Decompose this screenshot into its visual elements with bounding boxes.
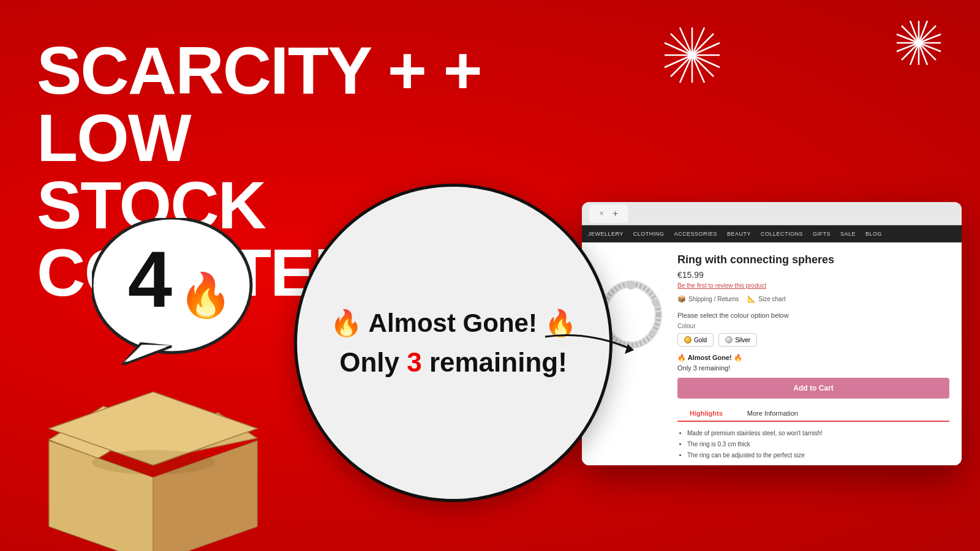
meta-shipping[interactable]: 📦 Shipping / Returns — [677, 295, 739, 303]
svg-text:4: 4 — [128, 234, 172, 324]
review-link[interactable]: Be the first to review this product — [677, 282, 949, 289]
colour-silver-button[interactable]: Silver — [718, 333, 757, 347]
nav-item-clothing[interactable]: CLOTHING — [633, 231, 665, 237]
tab-more-info[interactable]: More Information — [735, 406, 810, 421]
svg-text:🔥: 🔥 — [179, 270, 233, 321]
tab-close[interactable]: ✕ — [599, 210, 604, 217]
starburst-decoration-1 — [662, 24, 723, 86]
silver-swatch — [725, 336, 733, 343]
browser-chrome: ✕ + — [582, 202, 962, 225]
background: SCARCITY + + LOW STOCK COUNTER — [0, 0, 980, 551]
meta-size[interactable]: 📐 Size chart — [747, 295, 785, 303]
tab-highlights[interactable]: Highlights — [677, 406, 735, 422]
circle-line2-number: 3 — [407, 347, 421, 377]
tabs-row: Highlights More Information — [677, 406, 949, 422]
starburst-decoration-2 — [894, 18, 943, 67]
svg-point-31 — [627, 281, 635, 290]
colour-label: Colour — [677, 323, 949, 329]
highlight-item-3: The ring can be adjusted to the perfect … — [687, 450, 949, 461]
box-icon: 📦 — [677, 295, 686, 303]
colour-section: Please select the colour option below Co… — [677, 312, 949, 347]
browser-navbar: JEWELLERY CLOTHING ACCESSORIES BEAUTY CO… — [582, 225, 962, 242]
colour-options: Gold Silver — [677, 333, 949, 347]
silver-label: Silver — [735, 337, 750, 343]
nav-item-gifts[interactable]: GIFTS — [813, 231, 831, 237]
browser-tab[interactable]: ✕ + — [589, 204, 628, 223]
svg-marker-28 — [625, 344, 634, 354]
colour-prompt: Please select the colour option below — [677, 312, 949, 319]
size-icon: 📐 — [747, 295, 756, 303]
nav-item-accessories[interactable]: ACCESSORIES — [674, 231, 717, 237]
gold-label: Gold — [694, 337, 707, 343]
headline-line1: SCARCITY + + LOW — [37, 37, 588, 171]
highlights-list: Made of premium stainless steel, so won'… — [677, 428, 949, 461]
gold-swatch — [684, 336, 692, 343]
nav-item-beauty[interactable]: BEAUTY — [727, 231, 751, 237]
product-title: Ring with connecting spheres — [677, 253, 949, 266]
nav-item-jewellery[interactable]: JEWELLERY — [588, 231, 624, 237]
svg-point-22 — [92, 450, 214, 474]
highlight-item-1: Made of premium stainless steel, so won'… — [687, 428, 949, 439]
tab-add[interactable]: + — [612, 208, 618, 219]
nav-item-blog[interactable]: BLOG — [865, 231, 882, 237]
add-to-cart-button[interactable]: Add to Cart — [677, 378, 949, 399]
scarcity-badge: 🔥 Almost Gone! 🔥 — [677, 354, 949, 362]
highlight-item-2: The ring is 0.3 cm thick — [687, 439, 949, 450]
pointer-arrow — [539, 324, 637, 361]
nav-item-sale[interactable]: SALE — [840, 231, 856, 237]
circle-line2: Only 3 remaining! — [339, 347, 567, 378]
product-price: €15.99 — [677, 270, 949, 280]
scarcity-sub: Only 3 remaining! — [677, 364, 949, 372]
speech-bubble: 4 🔥 — [92, 218, 263, 367]
svg-point-33 — [649, 330, 655, 336]
nav-item-collections[interactable]: COLLECTIONS — [761, 231, 803, 237]
colour-gold-button[interactable]: Gold — [677, 333, 714, 347]
svg-point-32 — [652, 299, 659, 306]
browser-content: Ring with connecting spheres €15.99 Be t… — [582, 242, 962, 465]
circle-line2-prefix: Only — [339, 347, 407, 377]
browser-window: ✕ + JEWELLERY CLOTHING ACCESSORIES BEAUT… — [582, 202, 962, 465]
product-meta: 📦 Shipping / Returns 📐 Size chart — [677, 295, 949, 303]
